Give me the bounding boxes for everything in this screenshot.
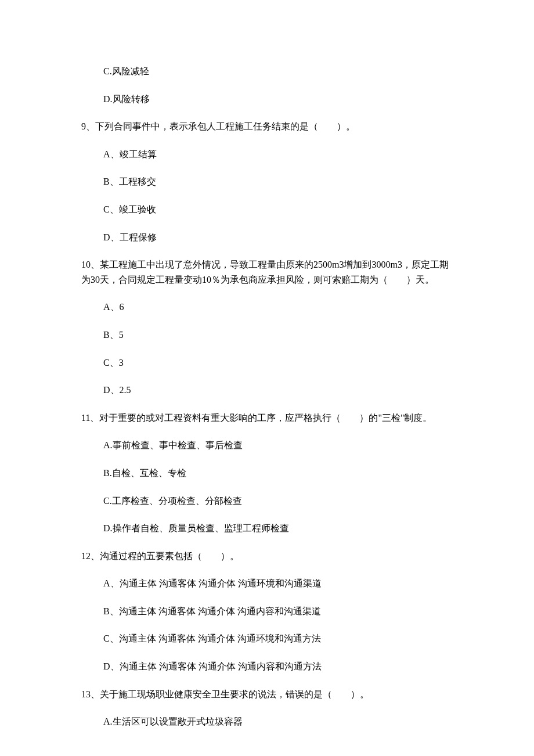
question-10: 10、某工程施工中出现了意外情况，导致工程量由原来的2500m3增加到3000m… <box>81 257 453 287</box>
question-12-options: A、沟通主体 沟通客体 沟通介体 沟通环境和沟通渠道 B、沟通主体 沟通客体 沟… <box>81 576 453 674</box>
q12-option-a: A、沟通主体 沟通客体 沟通介体 沟通环境和沟通渠道 <box>81 576 453 591</box>
q10-option-c: C、3 <box>81 355 453 370</box>
q13-option-a: A.生活区可以设置敞开式垃圾容器 <box>81 714 453 729</box>
question-11: 11、对于重要的或对工程资料有重大影响的工序，应严格执行（ ）的"三检"制度。 <box>81 411 453 426</box>
q11-option-c: C.工序检查、分项检查、分部检查 <box>81 494 453 509</box>
q11-option-d: D.操作者自检、质量员检查、监理工程师检查 <box>81 521 453 536</box>
question-10-options: A、6 B、5 C、3 D、2.5 <box>81 300 453 397</box>
q12-option-b: B、沟通主体 沟通客体 沟通介体 沟通内容和沟通渠道 <box>81 604 453 619</box>
q9-option-a: A、竣工结算 <box>81 147 453 162</box>
prior-question-options: C.风险减轻 D.风险转移 <box>81 64 453 106</box>
q10-option-d: D、2.5 <box>81 383 453 398</box>
q9-option-d: D、工程保修 <box>81 230 453 245</box>
question-12: 12、沟通过程的五要素包括（ ）。 <box>81 549 453 564</box>
question-13-options: A.生活区可以设置敞开式垃圾容器 <box>81 714 453 729</box>
q11-option-b: B.自检、互检、专检 <box>81 466 453 481</box>
q9-option-b: B、工程移交 <box>81 174 453 189</box>
option-c: C.风险减轻 <box>81 64 453 79</box>
option-d: D.风险转移 <box>81 92 453 107</box>
q9-option-c: C、竣工验收 <box>81 202 453 217</box>
q12-option-d: D、沟通主体 沟通客体 沟通介体 沟通内容和沟通方法 <box>81 659 453 674</box>
q10-option-b: B、5 <box>81 327 453 343</box>
question-11-options: A.事前检查、事中检查、事后检查 B.自检、互检、专检 C.工序检查、分项检查、… <box>81 438 453 535</box>
q12-option-c: C、沟通主体 沟通客体 沟通介体 沟通环境和沟通方法 <box>81 631 453 646</box>
q10-option-a: A、6 <box>81 300 453 315</box>
question-13: 13、关于施工现场职业健康安全卫生要求的说法，错误的是（ ）。 <box>81 687 453 702</box>
question-9: 9、下列合同事件中，表示承包人工程施工任务结束的是（ ）。 <box>81 119 453 134</box>
question-9-options: A、竣工结算 B、工程移交 C、竣工验收 D、工程保修 <box>81 147 453 244</box>
q11-option-a: A.事前检查、事中检查、事后检查 <box>81 438 453 453</box>
